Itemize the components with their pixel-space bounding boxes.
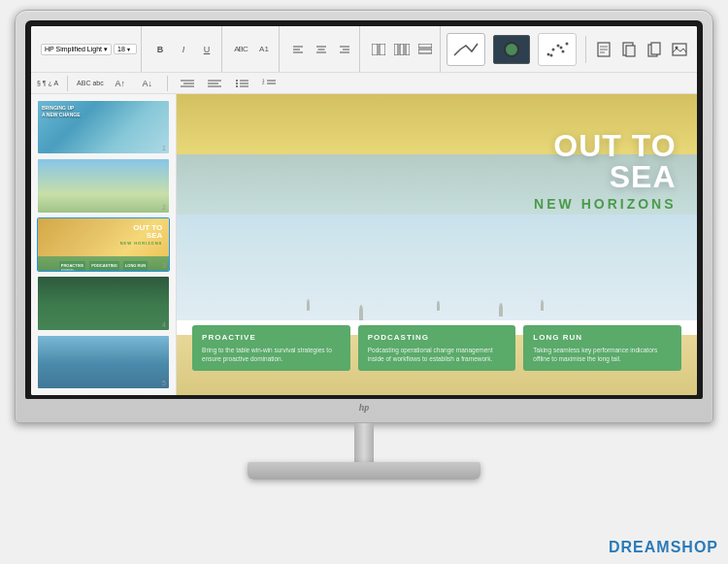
secondary-toolbar: § ¶ ¿ A ABC abc A↑ A↓ [31,73,697,94]
color-circle-button[interactable] [493,35,530,64]
svg-text:2.: 2. [262,81,265,85]
screen-bezel: HP Simplified Light ▾ 18 ▾ B I [25,20,703,399]
grid-rows-button[interactable] [414,39,436,60]
line-chart-button[interactable] [447,33,485,66]
slide-thumb-3[interactable]: PROACTIVE strategies... PODCASTING L [37,217,170,272]
card3-body: Taking seamless key performance indicato… [533,346,672,363]
content-area: BRINGING UP A NEW CHANGE 1 2 [31,94,697,395]
font-dropdown[interactable]: HP Simplified Light ▾ [41,44,112,55]
svg-point-17 [552,48,555,50]
doc-icon-button[interactable] [593,39,614,60]
info-card-proactive: PROACTIVE Bring to the table win-win sur… [192,325,350,371]
beach-scene: OUT TO SEA NEW HORIZONS PROACTIVE Bring … [177,94,697,395]
card2-body: Podcasting operational change management… [368,346,507,363]
svg-point-41 [236,83,238,84]
toolbar2-increase[interactable]: A↑ [110,73,131,94]
slide-panel[interactable]: BRINGING UP A NEW CHANGE 1 2 [31,94,177,395]
svg-point-21 [550,53,553,56]
hero-text-block: OUT TO SEA NEW HORIZONS [534,130,676,212]
svg-point-19 [562,50,565,52]
card1-body: Bring to the table win-win survival stra… [202,346,341,363]
svg-point-18 [557,44,560,47]
toolbar2-decrease[interactable]: A↓ [137,73,158,94]
slide4-num: 4 [162,321,166,328]
scatter-chart-button[interactable] [538,33,577,66]
toolbar2-labels: § ¶ ¿ A [37,80,58,86]
underline-button[interactable]: U [196,39,217,60]
slide1-text: BRINGING UP A NEW CHANGE [42,105,81,117]
grid-2col-button[interactable] [368,39,389,60]
card2-title: PODCASTING [368,333,507,342]
svg-rect-15 [418,50,432,53]
list-button[interactable] [231,73,252,94]
slide-thumb-4[interactable]: 4 [37,276,170,330]
info-card-longrun: LONG RUN Taking seamless key performance… [523,325,681,371]
slide5-num: 5 [162,380,166,386]
image-icon-button[interactable] [669,39,690,60]
svg-rect-30 [651,43,660,54]
hero-title-line1: OUT TO [534,130,676,161]
svg-point-16 [547,52,550,55]
svg-rect-9 [372,44,378,55]
info-cards-row: PROACTIVE Bring to the table win-win sur… [192,325,681,371]
svg-rect-14 [418,44,432,48]
slide-thumb-2[interactable]: 2 [37,158,170,213]
hero-title-line2: SEA [534,161,676,192]
slide-thumb-5[interactable]: 5 [37,335,170,389]
svg-point-39 [236,80,238,82]
main-slide-view[interactable]: OUT TO SEA NEW HORIZONS PROACTIVE Bring … [177,94,697,395]
slide-thumb-1[interactable]: BRINGING UP A NEW CHANGE 1 [37,100,170,154]
text-size-a1[interactable]: A1 [253,39,275,60]
info-card-podcasting: PODCASTING Podcasting operational change… [358,325,516,371]
slide1-num: 1 [162,145,166,151]
copy-icon-button[interactable] [644,39,665,60]
hero-subtitle: NEW HORIZONS [534,196,676,212]
svg-rect-28 [626,46,635,56]
svg-rect-13 [406,44,410,55]
bold-button[interactable]: B [149,39,171,60]
svg-rect-11 [394,44,398,55]
align-left-button[interactable] [287,39,309,60]
svg-rect-12 [400,44,404,55]
toolbar2-sep [67,76,68,91]
person-silhouette-2 [359,305,363,320]
svg-point-22 [560,46,563,49]
toolbar-separator [585,36,586,63]
main-toolbar: HP Simplified Light ▾ 18 ▾ B I [31,26,697,73]
person-silhouette-1 [307,299,310,311]
italic-button[interactable]: I [173,39,194,60]
monitor-stand-neck [354,423,374,462]
indent-button[interactable] [177,73,198,94]
outdent-button[interactable] [204,73,225,94]
person-silhouette-4 [499,303,503,316]
svg-rect-10 [380,44,385,55]
text-style-aa[interactable]: ABC [230,39,251,60]
slide3-num: 3 [162,262,166,269]
monitor-stand-base [248,462,480,480]
svg-point-43 [236,85,238,87]
monitor-body: HP Simplified Light ▾ 18 ▾ B I [15,10,713,423]
dreamshop-watermark: DreamShop [609,539,718,556]
card3-title: LONG RUN [533,333,672,342]
align-center-button[interactable] [311,39,332,60]
screen: HP Simplified Light ▾ 18 ▾ B I [31,26,697,395]
grid-3col-button[interactable] [391,39,413,60]
person-silhouette-5 [541,300,544,311]
hp-logo: hp [25,402,703,413]
card1-title: PROACTIVE [202,333,341,342]
font-size-dropdown[interactable]: 18 ▾ [114,44,137,54]
svg-point-20 [566,42,569,45]
align-right-button[interactable] [334,39,355,60]
numbered-list-button[interactable]: 1.2. [258,73,280,94]
person-silhouette-3 [437,301,440,311]
doc2-icon-button[interactable] [618,39,640,60]
slide2-num: 2 [162,204,166,211]
toolbar2-sep2 [167,76,168,91]
color-circle-indicator [504,42,519,57]
toolbar2-size: ABC abc [77,80,104,86]
